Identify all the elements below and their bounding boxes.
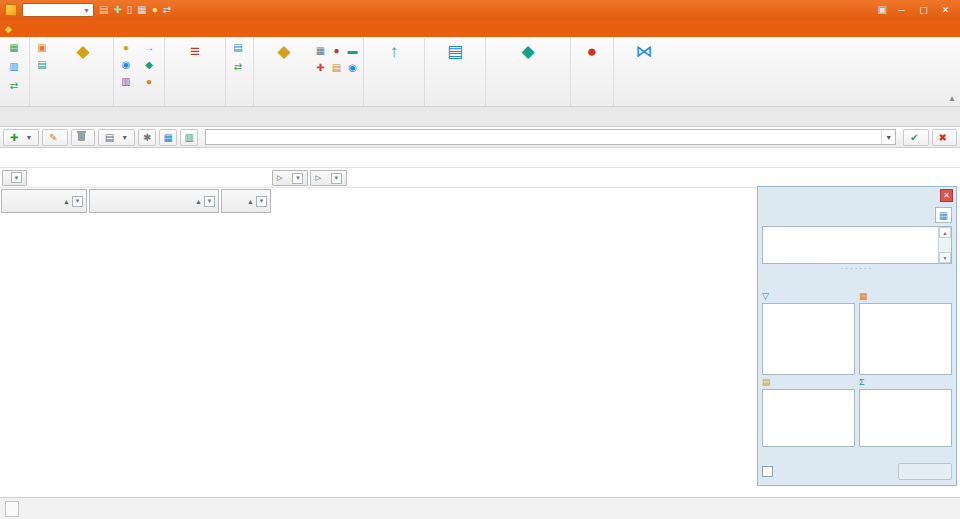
defer-layout-checkbox[interactable] bbox=[762, 466, 773, 477]
refresh-icon[interactable]: ⇄ bbox=[163, 5, 171, 15]
ribbon-group-sales: ▣ ▤ ◆ bbox=[30, 38, 114, 106]
ribbon-item-analysis[interactable]: ▥ bbox=[5, 58, 26, 75]
row-field-automobile[interactable]: ▲▼ bbox=[1, 189, 87, 213]
ribbon-item-commercial[interactable]: ↑ bbox=[367, 39, 421, 62]
new-button[interactable]: ✚▼ bbox=[3, 129, 39, 146]
close-button[interactable]: ✕ bbox=[936, 3, 955, 18]
printer-icon: ▤ bbox=[105, 132, 114, 143]
add-user-icon[interactable]: ✚ bbox=[113, 5, 121, 15]
filter-icon[interactable]: ▼ bbox=[204, 196, 215, 207]
ribbon-item-hr[interactable]: ● bbox=[574, 39, 610, 62]
data-area-box bbox=[859, 389, 952, 447]
ribbon-item-receipt-cent[interactable]: ▤ bbox=[33, 56, 54, 73]
ribbon-item-pay-off-sit[interactable]: ● bbox=[140, 73, 161, 90]
accounting-items: ◆ ▦ ● ▬ ✚ ▤ ◉ bbox=[257, 39, 360, 94]
medical-icon[interactable]: ✚ bbox=[313, 59, 328, 75]
print-button[interactable]: ▤▼ bbox=[98, 129, 135, 146]
field-list-close-button[interactable]: ✕ bbox=[940, 189, 953, 202]
chevron-down-icon: ▼ bbox=[881, 130, 895, 144]
available-fields-list[interactable]: ▲ ▼ bbox=[762, 226, 952, 264]
ribbon-item-supplier-admin[interactable]: ◆ bbox=[140, 56, 161, 73]
ribbon-group-agents: ≡ bbox=[165, 38, 226, 106]
collapse-ribbon-icon[interactable]: ▲ bbox=[948, 94, 956, 103]
supplier-icon: ▥ bbox=[120, 76, 132, 87]
field-list-footer bbox=[762, 461, 952, 481]
sort-asc-icon[interactable]: ▲ bbox=[247, 198, 254, 205]
lock-icon[interactable]: ● bbox=[152, 5, 158, 15]
clipboard-icon[interactable]: ▤ bbox=[99, 5, 108, 15]
row-field-doc-nr[interactable]: ▲▼ bbox=[221, 189, 271, 213]
ribbon-item-inv-movements[interactable]: ⇄ bbox=[229, 58, 250, 75]
ribbon-item-client-balance[interactable]: ◆ bbox=[56, 39, 110, 62]
ribbon-group-client-supplier-analysis: ● ◉ ▥ → ◆ ● bbox=[114, 38, 165, 106]
accounting-icon-grid: ▦ ● ▬ ✚ ▤ ◉ bbox=[313, 39, 360, 75]
ribbon-item-assets-inventory[interactable]: ◆ bbox=[489, 39, 567, 62]
filter-icon[interactable]: ▼ bbox=[72, 196, 83, 207]
calculator-icon[interactable]: ▦ bbox=[137, 5, 146, 15]
ribbon-item-supplier-situations[interactable]: ▥ bbox=[117, 73, 138, 90]
journal-icon[interactable]: ▤ bbox=[329, 59, 344, 75]
chart-button[interactable]: ▥ bbox=[180, 129, 198, 146]
close-tab-button[interactable]: ✖ bbox=[932, 129, 957, 146]
plus-icon: ✚ bbox=[10, 132, 18, 143]
group-caption bbox=[617, 94, 671, 106]
hr-items: ● bbox=[574, 39, 610, 94]
ribbon-group-assets: ◆ bbox=[486, 38, 571, 106]
field-explanation[interactable]: ▷ ▼ bbox=[310, 170, 346, 186]
stocks-items: ▦ ▥ ⇄ bbox=[5, 39, 26, 94]
ribbon-item-documents[interactable]: ▤ bbox=[229, 39, 250, 56]
minimize-button[interactable]: ─ bbox=[892, 3, 911, 18]
report-icon[interactable]: ◉ bbox=[345, 59, 360, 75]
ribbon-item-balance-sheet[interactable]: ◆ bbox=[257, 39, 311, 62]
sort-asc-icon[interactable]: ▲ bbox=[195, 198, 202, 205]
ribbon-item-client-follow-up[interactable]: → bbox=[140, 39, 161, 56]
ribbon-item-sales[interactable]: ▣ bbox=[33, 39, 54, 56]
ribbon-logo-icon[interactable]: ◆ bbox=[2, 20, 15, 37]
field-year[interactable]: ▷ ▼ bbox=[272, 170, 308, 186]
pay-off-icon: ● bbox=[143, 76, 155, 87]
layout-button[interactable]: ▦ bbox=[159, 129, 177, 146]
ledger-red-icon[interactable]: ● bbox=[329, 42, 344, 58]
scroll-down-icon[interactable]: ▼ bbox=[939, 252, 951, 263]
ribbon-item-automobile[interactable]: ⋈ bbox=[617, 39, 671, 62]
list-scrollbar[interactable]: ▲ ▼ bbox=[938, 227, 951, 263]
trash-icon[interactable]: ▯ bbox=[127, 5, 133, 15]
ribbon-item-situations-per-agents[interactable]: ≡ bbox=[168, 39, 222, 62]
scroll-up-icon[interactable]: ▲ bbox=[939, 227, 951, 238]
layout-grid-icon[interactable]: ▦ bbox=[935, 207, 952, 223]
maximize-button[interactable]: ▢ bbox=[914, 3, 933, 18]
ribbon-item-client-situations[interactable]: ◉ bbox=[117, 56, 138, 73]
field-expenses[interactable]: ▼ bbox=[2, 170, 27, 186]
sort-asc-icon[interactable]: ▲ bbox=[63, 198, 70, 205]
edit-button[interactable]: ✎ bbox=[42, 129, 67, 146]
scroll-track[interactable] bbox=[939, 238, 951, 252]
update-button[interactable] bbox=[898, 463, 952, 480]
calculator-icon[interactable]: ▦ bbox=[313, 42, 328, 58]
report-combo[interactable]: ▼ bbox=[205, 129, 896, 145]
user-combo[interactable]: ▼ bbox=[22, 3, 94, 17]
filter-icon[interactable]: ▼ bbox=[11, 172, 22, 183]
ribbon-item-reparation-service[interactable]: ▤ bbox=[428, 39, 482, 62]
columns-icon: ▦ bbox=[859, 291, 868, 301]
splitter-handle[interactable]: ······· bbox=[762, 266, 952, 272]
bank-icon[interactable]: ▬ bbox=[345, 42, 360, 58]
coins-icon: ● bbox=[120, 42, 132, 53]
filter-icon[interactable]: ▼ bbox=[256, 196, 267, 207]
row-field-partner[interactable]: ▲▼ bbox=[89, 189, 219, 213]
filter-area-label: ▽ bbox=[762, 289, 855, 303]
group-caption bbox=[428, 94, 482, 106]
settings-button[interactable]: ✱ bbox=[138, 129, 156, 146]
filter-icon[interactable]: ▼ bbox=[292, 173, 303, 184]
ribbon-item-stocks[interactable]: ▦ bbox=[5, 39, 26, 56]
service-items: ▤ bbox=[428, 39, 482, 94]
defer-layout-update[interactable] bbox=[762, 466, 777, 477]
field-list-areas: ▽ ▦ ▤ Σ bbox=[762, 289, 952, 447]
chevron-down-icon: ▼ bbox=[83, 7, 90, 14]
delete-button[interactable] bbox=[71, 129, 95, 146]
drag-hint-row: ▦ bbox=[762, 206, 952, 224]
ribbon-item-movements[interactable]: ⇄ bbox=[5, 77, 26, 94]
filter-icon[interactable]: ▼ bbox=[331, 173, 342, 184]
app-grid-icon[interactable]: ▣ bbox=[878, 5, 887, 15]
ribbon-item-supplier-balances[interactable]: ● bbox=[117, 39, 138, 56]
execute-button[interactable]: ✔ bbox=[903, 129, 928, 146]
